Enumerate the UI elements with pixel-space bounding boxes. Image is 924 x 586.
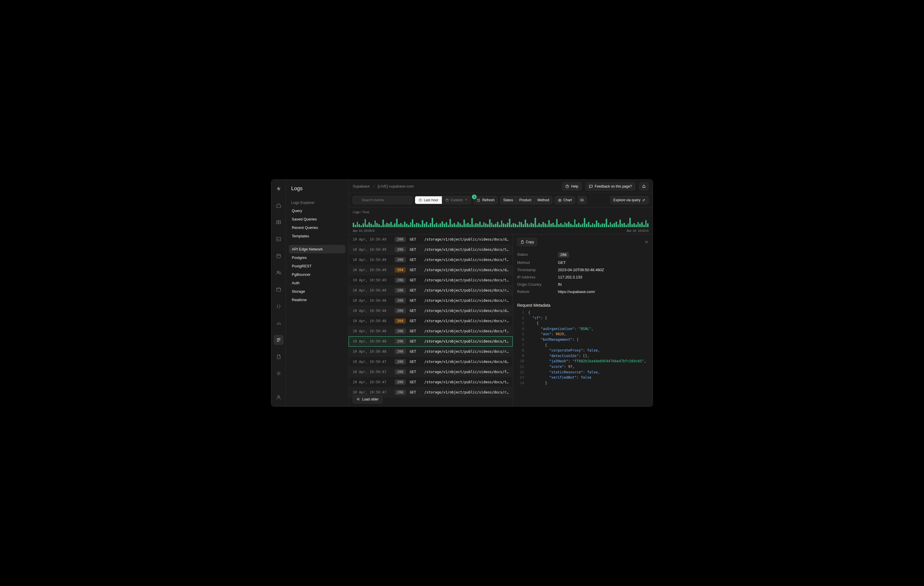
log-status-badge: 206 bbox=[395, 257, 406, 262]
log-row[interactable]: 10 Apr, 10:50:48304GET/storage/v1/object… bbox=[349, 316, 513, 326]
refresh-button[interactable]: 3 Refresh bbox=[474, 196, 498, 204]
database-icon[interactable] bbox=[274, 251, 284, 261]
terminal-icon[interactable] bbox=[274, 234, 284, 244]
sidebar-item-query[interactable]: Query bbox=[289, 206, 345, 215]
log-path: /storage/v1/object/public/videos/docs/du… bbox=[424, 268, 509, 272]
notifications-button[interactable] bbox=[639, 182, 648, 191]
api-docs-icon[interactable] bbox=[274, 352, 284, 362]
chart-area: Logs / Time Apr 10, 03:00:0 Apr 10, 10:5… bbox=[349, 207, 653, 234]
log-path: /storage/v1/object/public/videos/docs/to… bbox=[424, 248, 509, 252]
log-path: /storage/v1/object/public/videos/docs/fa… bbox=[424, 329, 509, 333]
svg-rect-9 bbox=[446, 199, 448, 202]
filter-chip-product[interactable]: Product bbox=[516, 196, 534, 204]
reports-icon[interactable] bbox=[274, 318, 284, 328]
storage-icon[interactable] bbox=[274, 285, 284, 295]
home-icon[interactable] bbox=[274, 201, 284, 211]
log-status-badge: 206 bbox=[395, 288, 406, 293]
svg-rect-11 bbox=[521, 241, 523, 244]
log-timestamp: 10 Apr, 10:50:48 bbox=[353, 329, 391, 333]
user-account-icon[interactable] bbox=[274, 392, 284, 402]
log-row[interactable]: 10 Apr, 10:50:47206GET/storage/v1/object… bbox=[349, 367, 513, 377]
log-row[interactable]: 10 Apr, 10:50:49206GET/storage/v1/object… bbox=[349, 285, 513, 296]
download-button[interactable] bbox=[578, 196, 587, 204]
sidebar-header: Logs Explorer bbox=[289, 199, 345, 206]
sidebar-item-storage[interactable]: Storage bbox=[289, 287, 345, 296]
detail-field-origin-country: Origin CountryIN bbox=[517, 281, 648, 288]
log-status-badge: 206 bbox=[395, 237, 406, 242]
svg-rect-0 bbox=[277, 221, 281, 224]
log-row[interactable]: 10 Apr, 10:50:49206GET/storage/v1/object… bbox=[349, 255, 513, 265]
external-link-icon bbox=[642, 199, 645, 202]
sidebar-item-realtime[interactable]: Realtime bbox=[289, 296, 345, 304]
help-button[interactable]: Help bbox=[562, 182, 581, 191]
filter-chips: StatusProductMethod bbox=[500, 196, 552, 204]
supabase-logo-icon[interactable] bbox=[274, 184, 284, 194]
chart-toggle-button[interactable]: Chart bbox=[555, 196, 575, 204]
log-path: /storage/v1/object/public/videos/docs/du… bbox=[424, 309, 509, 313]
svg-rect-1 bbox=[277, 237, 281, 241]
log-path: /storage/v1/object/public/videos/docs/re… bbox=[424, 298, 509, 303]
chart-start-label: Apr 10, 03:00:0 bbox=[353, 229, 375, 232]
detail-field-referer: Refererhttps://supabase.com/ bbox=[517, 288, 648, 295]
log-row[interactable]: 10 Apr, 10:50:48206GET/storage/v1/object… bbox=[349, 326, 513, 336]
explore-via-query-button[interactable]: Explore via query bbox=[610, 196, 648, 204]
log-method: GET bbox=[410, 248, 420, 252]
breadcrumb-org[interactable]: Supabase bbox=[353, 184, 370, 188]
log-row[interactable]: 10 Apr, 10:50:48206GET/storage/v1/object… bbox=[349, 347, 513, 357]
detail-field-status: Status206 bbox=[517, 251, 648, 259]
search-input[interactable] bbox=[353, 196, 412, 204]
sidebar: Logs Logs Explorer QuerySaved QueriesRec… bbox=[286, 180, 349, 406]
log-status-badge: 206 bbox=[395, 339, 406, 344]
detail-fields: Status206MethodGETTimestamp2023-04-10T08… bbox=[513, 250, 653, 300]
log-timestamp: 10 Apr, 10:50:49 bbox=[353, 258, 391, 262]
log-timestamp: 10 Apr, 10:50:47 bbox=[353, 380, 391, 384]
log-method: GET bbox=[410, 360, 420, 364]
log-path: /storage/v1/object/public/videos/docs/re… bbox=[424, 349, 509, 354]
log-timestamp: 10 Apr, 10:50:49 bbox=[353, 288, 391, 292]
sidebar-item-recent-queries[interactable]: Recent Queries bbox=[289, 223, 345, 232]
settings-icon[interactable] bbox=[274, 369, 284, 379]
breadcrumb-project[interactable]: [LIVE] supabase-com bbox=[378, 184, 414, 188]
log-row[interactable]: 10 Apr, 10:50:47206GET/storage/v1/object… bbox=[349, 377, 513, 387]
log-row[interactable]: 10 Apr, 10:50:49206GET/storage/v1/object… bbox=[349, 275, 513, 285]
log-row[interactable]: 10 Apr, 10:50:47206GET/storage/v1/object… bbox=[349, 357, 513, 367]
detail-panel: Copy Status206MethodGETTimestamp2023-04-… bbox=[513, 234, 653, 406]
log-row[interactable]: 10 Apr, 10:50:49304GET/storage/v1/object… bbox=[349, 265, 513, 275]
sidebar-item-pgbouncer[interactable]: PgBouncer bbox=[289, 270, 345, 279]
copy-button[interactable]: Copy bbox=[517, 238, 537, 246]
log-row[interactable]: 10 Apr, 10:50:49206GET/storage/v1/object… bbox=[349, 245, 513, 255]
log-status-badge: 304 bbox=[395, 318, 406, 324]
feedback-button[interactable]: Feedback on this page? bbox=[586, 182, 635, 191]
log-method: GET bbox=[410, 237, 420, 242]
log-status-badge: 206 bbox=[395, 349, 406, 354]
users-icon[interactable] bbox=[274, 268, 284, 278]
svg-point-5 bbox=[278, 395, 279, 397]
log-status-badge: 206 bbox=[395, 390, 406, 395]
sidebar-item-postgres[interactable]: Postgres bbox=[289, 253, 345, 262]
logs-icon[interactable] bbox=[274, 335, 284, 345]
detail-field-ip-address: IP Address117.202.3.133 bbox=[517, 273, 648, 281]
load-older-button[interactable]: Load older bbox=[353, 395, 383, 403]
sidebar-item-saved-queries[interactable]: Saved Queries bbox=[289, 215, 345, 223]
sidebar-item-templates[interactable]: Templates bbox=[289, 232, 345, 240]
close-icon[interactable] bbox=[645, 240, 648, 244]
log-method: GET bbox=[410, 298, 420, 303]
log-path: /storage/v1/object/public/videos/docs/fa… bbox=[424, 370, 509, 374]
sidebar-item-auth[interactable]: Auth bbox=[289, 279, 345, 287]
log-timestamp: 10 Apr, 10:50:47 bbox=[353, 370, 391, 374]
seg-custom[interactable]: Custom bbox=[442, 196, 471, 204]
sidebar-item-postgrest[interactable]: PostgREST bbox=[289, 262, 345, 270]
functions-icon[interactable] bbox=[274, 301, 284, 311]
log-status-badge: 304 bbox=[395, 267, 406, 273]
filter-chip-status[interactable]: Status bbox=[500, 196, 516, 204]
filter-chip-method[interactable]: Method bbox=[534, 196, 552, 204]
log-row[interactable]: 10 Apr, 10:50:48206GET/storage/v1/object… bbox=[349, 336, 513, 347]
seg-last-hour[interactable]: Last hour bbox=[415, 196, 442, 204]
log-row[interactable]: 10 Apr, 10:50:48206GET/storage/v1/object… bbox=[349, 296, 513, 306]
sidebar-item-api-edge-network[interactable]: API Edge Network bbox=[289, 245, 345, 253]
log-row[interactable]: 10 Apr, 10:50:49206GET/storage/v1/object… bbox=[349, 234, 513, 245]
log-path: /storage/v1/object/public/videos/docs/re… bbox=[424, 390, 509, 394]
table-icon[interactable] bbox=[274, 217, 284, 227]
log-list[interactable]: 10 Apr, 10:50:49206GET/storage/v1/object… bbox=[349, 234, 513, 406]
log-row[interactable]: 10 Apr, 10:50:48206GET/storage/v1/object… bbox=[349, 306, 513, 316]
